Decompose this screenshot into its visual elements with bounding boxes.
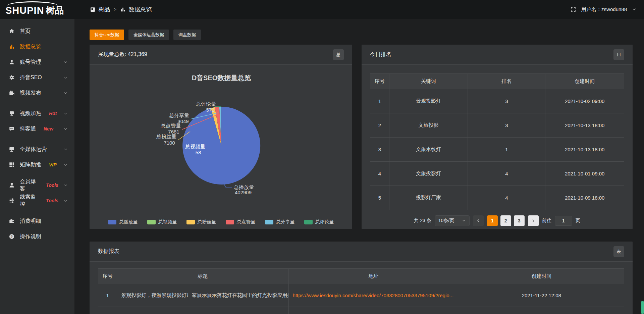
sidebar-item-label: 抖客通 bbox=[20, 125, 36, 133]
grid-icon bbox=[9, 162, 15, 168]
next-page-button[interactable] bbox=[528, 215, 539, 226]
legend-swatch bbox=[304, 220, 313, 224]
sidebar-badge: Hot bbox=[49, 111, 57, 116]
table-cell bbox=[459, 307, 624, 314]
sidebar-item-consumption[interactable]: 消费明细 bbox=[0, 213, 74, 229]
sidebar-item-doukertong[interactable]: 抖客通New bbox=[0, 121, 74, 137]
gear-icon bbox=[9, 74, 15, 81]
legend-swatch bbox=[147, 220, 156, 224]
table-cell: 5 bbox=[370, 186, 389, 210]
legend-item[interactable]: 总粉丝量 bbox=[186, 219, 216, 225]
table-cell: 2021-10-02 09:00 bbox=[545, 89, 624, 113]
legend-label: 总分享量 bbox=[276, 219, 295, 225]
sidebar-item-matrix-boost[interactable]: 矩阵助推VIP bbox=[0, 157, 74, 172]
legend-item[interactable]: 总视频量 bbox=[147, 219, 177, 225]
chevron-down-icon[interactable] bbox=[632, 7, 637, 12]
sidebar-divider bbox=[0, 175, 74, 175]
pie-label-value: 58 bbox=[196, 150, 201, 155]
breadcrumb: 树品 > 数据总览 bbox=[90, 6, 152, 13]
video-link[interactable]: https://www.iesdouyin.com/share/video/70… bbox=[293, 293, 454, 298]
sidebar-item-label: 全媒体运营 bbox=[20, 146, 47, 153]
sidebar-item-label: 首页 bbox=[20, 28, 31, 35]
fullscreen-icon[interactable] bbox=[570, 6, 576, 12]
page-goto-input[interactable] bbox=[555, 216, 572, 226]
sidebar-item-data-overview[interactable]: 数据总览 bbox=[0, 39, 74, 54]
page-button-2[interactable]: 2 bbox=[500, 215, 511, 226]
day-view-button[interactable]: 日 bbox=[613, 49, 624, 60]
pie-label-line bbox=[224, 184, 232, 187]
sidebar-item-home[interactable]: 首页 bbox=[0, 23, 74, 39]
chevron-down-icon bbox=[63, 91, 68, 95]
tab-1[interactable]: 全媒体运营数据 bbox=[128, 30, 169, 40]
chevron-down-icon bbox=[462, 219, 466, 223]
legend-label: 总视频量 bbox=[158, 219, 177, 225]
sidebar-item-video-publish[interactable]: 视频发布 bbox=[0, 85, 74, 101]
table-header-row: 序号标题地址创建时间 bbox=[98, 269, 624, 284]
table-row bbox=[98, 307, 624, 314]
column-header: 排名 bbox=[468, 74, 545, 89]
legend-label: 总点赞量 bbox=[237, 219, 256, 225]
breadcrumb-item-root[interactable]: 树品 bbox=[99, 6, 110, 13]
scrollbar-thumb[interactable] bbox=[641, 301, 644, 314]
chevron-down-icon bbox=[63, 60, 68, 64]
column-header: 序号 bbox=[370, 74, 389, 89]
sidebar-item-video-heat[interactable]: 视频加热Hot bbox=[0, 106, 74, 121]
goto-label: 前往 bbox=[542, 218, 551, 224]
sidebar-item-help[interactable]: ?操作说明 bbox=[0, 229, 74, 244]
legend-item[interactable]: 总播放量 bbox=[108, 219, 138, 225]
total-view-button[interactable]: 总 bbox=[333, 49, 344, 60]
chevron-down-icon bbox=[63, 199, 68, 203]
table-view-button[interactable]: 表 bbox=[613, 246, 624, 257]
pie-label-value: 7681 bbox=[168, 129, 179, 135]
legend-item[interactable]: 总点赞量 bbox=[226, 219, 256, 225]
sidebar-item-label: 视频发布 bbox=[20, 90, 41, 97]
top-panels-row: 展现量总数: 421,369 总 D音SEO数据量总览总播放量402909总视频… bbox=[90, 45, 633, 229]
table-cell: 文旅水纹灯 bbox=[389, 138, 468, 162]
page-button-1[interactable]: 1 bbox=[487, 215, 498, 226]
sidebar-item-douyin-seo[interactable]: 抖音SEO bbox=[0, 70, 74, 85]
sidebar-item-label: 线索监控 bbox=[20, 194, 38, 208]
sidebar-item-member-baoke[interactable]: 会员爆客Tools bbox=[0, 177, 74, 193]
table-cell: 1 bbox=[468, 138, 545, 162]
sidebar-item-account[interactable]: 账号管理 bbox=[0, 54, 74, 70]
username[interactable]: 用户名：zswodun88 bbox=[581, 6, 627, 13]
user-icon bbox=[9, 59, 15, 65]
legend-item[interactable]: 总分享量 bbox=[265, 219, 295, 225]
chevron-down-icon bbox=[63, 163, 68, 167]
sidebar-item-label: 数据总览 bbox=[20, 43, 41, 50]
heater-icon bbox=[9, 110, 15, 116]
pie-label-value: 3049 bbox=[177, 118, 189, 124]
table-row: 4文旅投影灯42021-10-01 09:00 bbox=[370, 162, 624, 186]
legend-swatch bbox=[226, 220, 234, 224]
table-cell: 4 bbox=[468, 186, 545, 210]
sidebar-badge: Tools bbox=[46, 182, 58, 188]
video-icon bbox=[9, 90, 15, 96]
page-size-select[interactable]: 10条/页 bbox=[435, 215, 470, 226]
column-header: 创建时间 bbox=[459, 269, 624, 284]
logo: SHUPIN 树品 bbox=[0, 0, 74, 19]
tab-0[interactable]: 抖音seo数据 bbox=[90, 30, 124, 40]
page-buttons: 123 bbox=[487, 215, 525, 226]
pie-label-name: 总播放量 bbox=[233, 184, 254, 190]
chevron-down-icon bbox=[63, 111, 68, 116]
prev-page-button[interactable] bbox=[473, 215, 484, 226]
sidebar-item-leads-monitor[interactable]: 线索监控Tools bbox=[0, 193, 74, 208]
breadcrumb-item-current[interactable]: 数据总览 bbox=[129, 6, 152, 13]
sidebar-item-label: 抖音SEO bbox=[20, 74, 42, 81]
legend-item[interactable]: 总评论量 bbox=[304, 219, 334, 225]
column-header: 序号 bbox=[98, 269, 117, 284]
legend-label: 总评论量 bbox=[315, 219, 334, 225]
sidebar-item-label: 消费明细 bbox=[20, 218, 41, 225]
home-icon bbox=[9, 28, 15, 34]
table-cell bbox=[98, 307, 117, 314]
sidebar-item-label: 会员爆客 bbox=[20, 178, 38, 192]
tab-2[interactable]: 询盘数据 bbox=[173, 30, 201, 40]
table-row: 3文旅水纹灯12021-10-13 18:00 bbox=[370, 138, 624, 162]
table-cell bbox=[117, 307, 288, 314]
sidebar-item-label: 视频加热 bbox=[20, 110, 41, 117]
report-panel-header: 数据报表 表 bbox=[90, 242, 633, 262]
table-cell: 文旅投影 bbox=[389, 113, 468, 138]
page-button-3[interactable]: 3 bbox=[514, 215, 525, 226]
svg-text:?: ? bbox=[11, 234, 13, 238]
sidebar-item-media-operation[interactable]: 全媒体运营 bbox=[0, 142, 74, 157]
